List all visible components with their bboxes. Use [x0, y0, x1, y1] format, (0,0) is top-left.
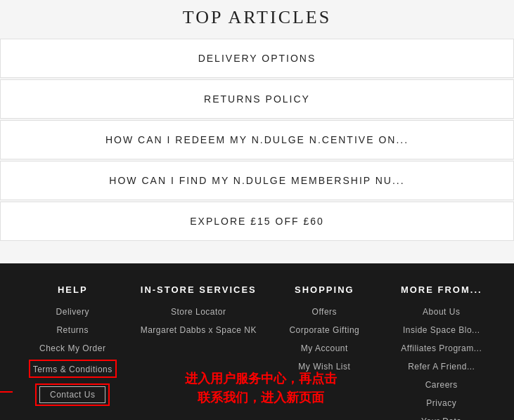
footer-link-careers-anchor[interactable]: Careers [425, 380, 458, 390]
top-articles-title: TOP ARTICLES [0, 7, 514, 28]
footer-col-help-title: HELP [23, 284, 122, 295]
footer-col-more: MORE FROM... About Us Inside Space Blo..… [392, 284, 491, 420]
footer-link-store-locator[interactable]: Store Locator [141, 305, 257, 317]
footer-link-privacy-anchor[interactable]: Privacy [426, 398, 456, 408]
footer-link-terms[interactable]: Terms & Conditions [23, 360, 122, 378]
footer-link-check-order[interactable]: Check My Order [23, 341, 122, 354]
footer-link-terms-anchor[interactable]: Terms & Conditions [33, 365, 113, 374]
footer-shopping-links: Offers Corporate Gifting My Account My W… [275, 305, 373, 372]
footer-link-store-locator-anchor[interactable]: Store Locator [171, 307, 226, 317]
footer-link-wishlist[interactable]: My Wish List [275, 360, 373, 372]
top-articles-section: TOP ARTICLES DELIVERY OPTIONS RETURNS PO… [0, 0, 514, 263]
footer-columns: HELP Delivery Returns Check My Order Ter… [14, 284, 500, 420]
footer-link-margaret[interactable]: Margaret Dabbs x Space NK [141, 323, 257, 336]
footer-col-more-title: MORE FROM... [392, 284, 491, 295]
article-item-redeem[interactable]: HOW CAN I REDEEM MY N.DULGE N.CENTIVE ON… [0, 120, 514, 159]
article-item-explore[interactable]: EXPLORE £15 OFF £60 [0, 202, 514, 241]
footer-link-about-anchor[interactable]: About Us [423, 307, 460, 317]
article-link-explore[interactable]: EXPLORE £15 OFF £60 [190, 216, 324, 227]
footer-link-returns-anchor[interactable]: Returns [56, 325, 89, 335]
footer-help-links: Delivery Returns Check My Order Terms & … [23, 305, 122, 406]
footer-link-wishlist-anchor[interactable]: My Wish List [298, 362, 350, 372]
article-link-delivery[interactable]: DELIVERY OPTIONS [198, 53, 316, 64]
footer-link-blog-anchor[interactable]: Inside Space Blo... [403, 325, 480, 335]
footer-more-links: About Us Inside Space Blo... Affiliates … [392, 305, 491, 420]
footer-col-help: HELP Delivery Returns Check My Order Ter… [23, 284, 122, 420]
article-link-returns[interactable]: RETURNS POLICY [204, 93, 310, 105]
footer-link-delivery-anchor[interactable]: Delivery [56, 307, 89, 317]
footer-link-blog[interactable]: Inside Space Blo... [392, 323, 491, 336]
footer-link-check-order-anchor[interactable]: Check My Order [39, 343, 105, 353]
footer-link-offers-anchor[interactable]: Offers [312, 307, 337, 317]
footer-link-margaret-anchor[interactable]: Margaret Dabbs x Space NK [141, 325, 257, 335]
arrow-icon [0, 385, 16, 399]
contact-red-box: Contact Us [35, 383, 110, 406]
footer-instore-links: Store Locator Margaret Dabbs x Space NK [141, 305, 257, 336]
footer-link-refer-anchor[interactable]: Refer A Friend... [408, 362, 475, 372]
footer: HELP Delivery Returns Check My Order Ter… [0, 263, 514, 420]
footer-col-shopping: SHOPPING Offers Corporate Gifting My Acc… [275, 284, 373, 420]
article-link-membership[interactable]: HOW CAN I FIND MY N.DULGE MEMBERSHIP NU.… [109, 175, 404, 186]
footer-col-instore: IN-STORE SERVICES Store Locator Margaret… [141, 284, 257, 420]
article-item-membership[interactable]: HOW CAN I FIND MY N.DULGE MEMBERSHIP NU.… [0, 161, 514, 200]
footer-link-contact-anchor[interactable]: Contact Us [39, 386, 105, 403]
footer-link-returns[interactable]: Returns [23, 323, 122, 336]
footer-link-corporate[interactable]: Corporate Gifting [275, 323, 373, 336]
footer-link-offers[interactable]: Offers [275, 305, 373, 317]
footer-link-yourdata[interactable]: Your Data [392, 414, 491, 420]
footer-link-affiliates[interactable]: Affiliates Program... [392, 341, 491, 354]
footer-link-account[interactable]: My Account [275, 341, 373, 354]
footer-link-yourdata-anchor[interactable]: Your Data [421, 416, 461, 420]
article-item-delivery[interactable]: DELIVERY OPTIONS [0, 39, 514, 78]
footer-link-account-anchor[interactable]: My Account [301, 343, 348, 353]
terms-red-box: Terms & Conditions [29, 360, 117, 378]
footer-link-contact[interactable]: Contact Us 进入用户服务中心，再点击 [23, 383, 122, 406]
footer-col-shopping-title: SHOPPING [275, 284, 373, 295]
footer-col-instore-title: IN-STORE SERVICES [141, 284, 257, 295]
footer-link-privacy[interactable]: Privacy [392, 396, 491, 409]
footer-link-delivery[interactable]: Delivery [23, 305, 122, 317]
footer-link-corporate-anchor[interactable]: Corporate Gifting [289, 325, 359, 335]
article-item-returns[interactable]: RETURNS POLICY [0, 79, 514, 119]
article-link-redeem[interactable]: HOW CAN I REDEEM MY N.DULGE N.CENTIVE ON… [105, 134, 409, 145]
footer-link-about[interactable]: About Us [392, 305, 491, 317]
footer-link-careers[interactable]: Careers [392, 378, 491, 391]
footer-link-refer[interactable]: Refer A Friend... [392, 360, 491, 372]
footer-link-affiliates-anchor[interactable]: Affiliates Program... [401, 343, 482, 353]
